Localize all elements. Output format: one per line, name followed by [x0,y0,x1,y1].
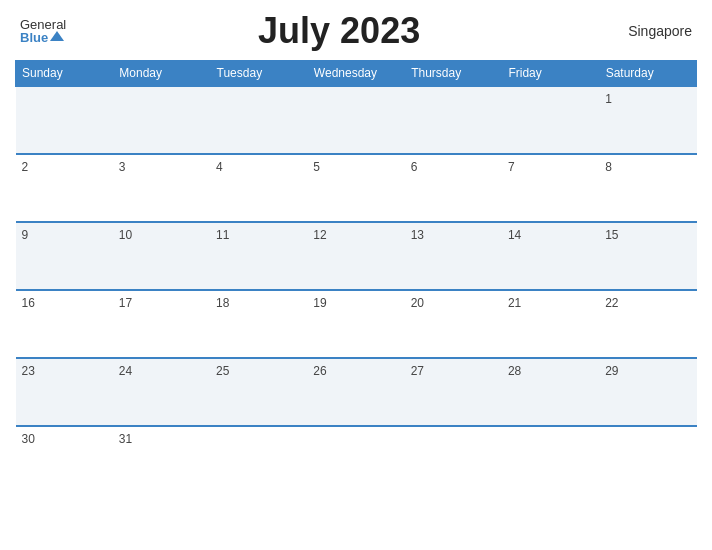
calendar-day-cell: 18 [210,290,307,358]
day-number: 31 [119,432,132,446]
day-number: 3 [119,160,126,174]
calendar-header: General Blue July 2023 Singapore [15,10,697,52]
calendar-day-cell: 10 [113,222,210,290]
day-number: 12 [313,228,326,242]
calendar-week-row: 3031 [16,426,697,494]
calendar-day-cell: 30 [16,426,113,494]
day-number: 10 [119,228,132,242]
day-number: 7 [508,160,515,174]
day-number: 29 [605,364,618,378]
calendar-day-cell: 29 [599,358,696,426]
day-number: 20 [411,296,424,310]
col-monday: Monday [113,61,210,87]
day-number: 21 [508,296,521,310]
calendar-table: Sunday Monday Tuesday Wednesday Thursday… [15,60,697,494]
calendar-day-cell [210,426,307,494]
calendar-day-cell: 24 [113,358,210,426]
calendar-day-cell [210,86,307,154]
calendar-day-cell: 28 [502,358,599,426]
calendar-day-cell: 1 [599,86,696,154]
calendar-day-cell [405,426,502,494]
calendar-day-cell [113,86,210,154]
day-number: 4 [216,160,223,174]
calendar-day-cell [502,426,599,494]
day-number: 23 [22,364,35,378]
calendar-week-row: 16171819202122 [16,290,697,358]
calendar-day-cell [16,86,113,154]
col-thursday: Thursday [405,61,502,87]
calendar-day-cell: 3 [113,154,210,222]
col-saturday: Saturday [599,61,696,87]
day-number: 22 [605,296,618,310]
col-friday: Friday [502,61,599,87]
calendar-day-cell: 16 [16,290,113,358]
logo: General Blue [20,18,66,44]
calendar-day-cell: 25 [210,358,307,426]
day-number: 6 [411,160,418,174]
calendar-day-cell: 20 [405,290,502,358]
country-label: Singapore [612,23,692,39]
day-number: 2 [22,160,29,174]
calendar-day-cell [405,86,502,154]
calendar-day-cell: 11 [210,222,307,290]
calendar-day-cell: 21 [502,290,599,358]
day-number: 16 [22,296,35,310]
logo-blue-text: Blue [20,31,48,44]
day-number: 15 [605,228,618,242]
day-number: 19 [313,296,326,310]
weekday-header-row: Sunday Monday Tuesday Wednesday Thursday… [16,61,697,87]
day-number: 5 [313,160,320,174]
day-number: 24 [119,364,132,378]
col-wednesday: Wednesday [307,61,404,87]
calendar-day-cell: 15 [599,222,696,290]
calendar-day-cell [307,426,404,494]
calendar-day-cell: 14 [502,222,599,290]
day-number: 9 [22,228,29,242]
calendar-week-row: 2345678 [16,154,697,222]
calendar-day-cell: 31 [113,426,210,494]
calendar-day-cell: 2 [16,154,113,222]
calendar-day-cell: 9 [16,222,113,290]
day-number: 11 [216,228,229,242]
col-tuesday: Tuesday [210,61,307,87]
month-title: July 2023 [66,10,612,52]
calendar-day-cell: 13 [405,222,502,290]
day-number: 14 [508,228,521,242]
day-number: 27 [411,364,424,378]
calendar-day-cell [307,86,404,154]
calendar-day-cell: 26 [307,358,404,426]
calendar-day-cell: 17 [113,290,210,358]
calendar-day-cell: 23 [16,358,113,426]
day-number: 13 [411,228,424,242]
calendar-day-cell: 4 [210,154,307,222]
day-number: 1 [605,92,612,106]
col-sunday: Sunday [16,61,113,87]
day-number: 26 [313,364,326,378]
calendar-day-cell [502,86,599,154]
calendar-day-cell: 12 [307,222,404,290]
calendar-day-cell: 8 [599,154,696,222]
calendar-day-cell [599,426,696,494]
calendar-week-row: 1 [16,86,697,154]
calendar-day-cell: 5 [307,154,404,222]
logo-triangle-icon [50,31,64,41]
calendar-day-cell: 22 [599,290,696,358]
day-number: 30 [22,432,35,446]
calendar-day-cell: 7 [502,154,599,222]
day-number: 28 [508,364,521,378]
calendar-day-cell: 19 [307,290,404,358]
calendar-day-cell: 27 [405,358,502,426]
day-number: 17 [119,296,132,310]
day-number: 18 [216,296,229,310]
calendar-wrapper: General Blue July 2023 Singapore Sunday … [0,0,712,550]
day-number: 8 [605,160,612,174]
calendar-week-row: 9101112131415 [16,222,697,290]
day-number: 25 [216,364,229,378]
calendar-day-cell: 6 [405,154,502,222]
calendar-week-row: 23242526272829 [16,358,697,426]
